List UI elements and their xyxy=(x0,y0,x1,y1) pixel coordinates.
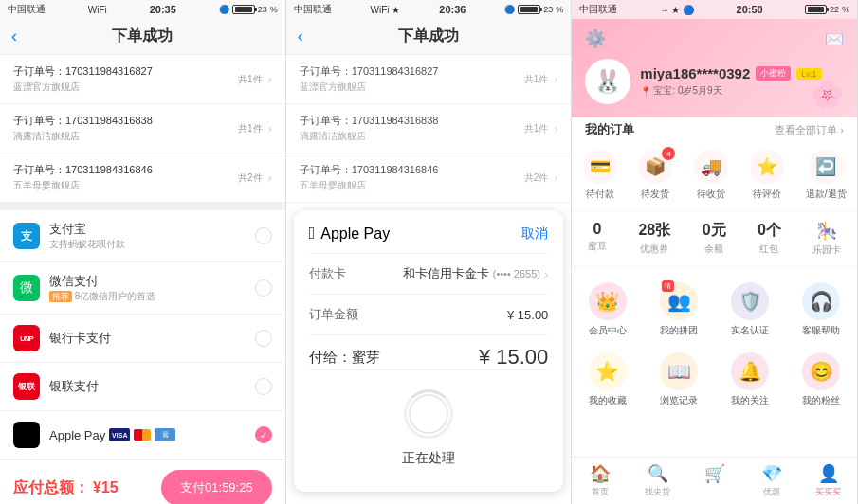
tool-customer-service[interactable]: 🎧 客服帮助 xyxy=(786,275,857,345)
discover-icon: 🔍 xyxy=(648,463,668,484)
tab-home[interactable]: 🏠 首页 xyxy=(572,463,629,498)
phone-2: 中国联通 WiFi ★ 20:36 🔵 23% ‹ 下单成功 子订单号：1703… xyxy=(286,0,573,504)
orders-link[interactable]: 查看全部订单 › xyxy=(775,123,844,137)
stat-park-card[interactable]: 🎠 乐园卡 xyxy=(812,221,841,257)
back-button-2[interactable]: ‹ xyxy=(298,27,303,46)
total-amount-1: 应付总额： ¥15 xyxy=(13,478,119,498)
nav-bar-1: ‹ 下单成功 xyxy=(0,19,285,55)
location-icon: 📍 xyxy=(640,86,651,97)
flower-deco: 🌸 xyxy=(811,79,844,110)
avatar[interactable]: 🐰 xyxy=(585,59,630,104)
message-icon[interactable]: ✉️ xyxy=(825,30,844,48)
tool-following[interactable]: 🔔 我的关注 xyxy=(715,345,786,415)
payment-union[interactable]: 银联 银联支付 xyxy=(0,363,285,411)
member-center-icon: 👑 xyxy=(595,290,619,313)
return-icon: ↩️ xyxy=(815,156,836,177)
phone-3: 中国联通 → ★ 🔵 20:50 22% ⚙️ ✉️ 🐰 miya186****… xyxy=(572,0,858,504)
order-item-3[interactable]: 子订单号：170311984316846 五羊母婴旗舰店 共2件 › xyxy=(0,153,285,203)
order-item-2[interactable]: 子订单号：170311984316838 滴露清洁旗舰店 共1件 › xyxy=(0,104,285,153)
tab-profile[interactable]: 👤 买买买 xyxy=(800,463,857,498)
processing-container: 正在处理 xyxy=(309,370,549,477)
order-item-1[interactable]: 子订单号：170311984316827 蓝漂官方旗舰店 共1件 › xyxy=(0,55,285,104)
nav-bar-2: ‹ 下单成功 xyxy=(286,19,572,55)
bankcard-icon: UNP xyxy=(13,325,40,351)
header-icons: ⚙️ ✉️ xyxy=(585,28,844,49)
order-icon-pending-ship[interactable]: 📦 4 待发货 xyxy=(638,150,672,201)
tab-discover[interactable]: 🔍 找尖货 xyxy=(629,463,685,498)
order-icon-pending-review[interactable]: ⭐ 待评价 xyxy=(750,150,784,201)
bank-label: 银行卡支付 xyxy=(49,330,255,347)
tools-grid: 👑 会员中心 👥 猜 我的拼团 🛡️ 实名认证 xyxy=(572,267,857,423)
stat-coupons[interactable]: 28张 优惠券 xyxy=(638,221,670,257)
alipay-radio[interactable] xyxy=(255,227,272,244)
order-icon-pending-receive[interactable]: 🚚 待收货 xyxy=(694,150,728,201)
stats-row: 0 蜜豆 28张 优惠券 0元 余额 0个 红包 🎠 乐园卡 xyxy=(572,211,857,267)
tool-group-buy[interactable]: 👥 猜 我的拼团 xyxy=(644,275,715,345)
status-icons-1: 🔵 23% xyxy=(219,5,278,14)
pay-to-value: ¥ 15.00 xyxy=(479,345,548,369)
user-tag: 小蜜粉 xyxy=(756,66,791,81)
group-buy-icon: 👥 xyxy=(667,290,691,313)
page-title-1: 下单成功 xyxy=(112,27,173,46)
gear-icon[interactable]: ⚙️ xyxy=(585,28,606,49)
phone-1: 中国联通 WiFi 20:35 🔵 23% ‹ 下单成功 子订单号：170311… xyxy=(0,0,286,504)
payment-alipay[interactable]: 支 支付宝 支持蚂蚁花呗付款 xyxy=(0,210,285,262)
status-icons-2: 🔵 23% xyxy=(504,5,563,14)
applepay-cancel-button[interactable]: 取消 xyxy=(521,225,548,243)
alipay-label: 支付宝 支持蚂蚁花呗付款 xyxy=(49,221,255,251)
mc-badge xyxy=(134,429,151,441)
content-1: 子订单号：170311984316827 蓝漂官方旗舰店 共1件 › 子订单号：… xyxy=(0,55,285,459)
tool-history[interactable]: 📖 浏览记录 xyxy=(644,345,715,415)
cart-icon: 🛒 xyxy=(704,463,725,484)
pink-header: ⚙️ ✉️ 🐰 miya186****0392 小蜜粉 Lv.1 📍 宝宝: 0… xyxy=(572,19,857,117)
pay-to-label: 付给：蜜芽 xyxy=(309,349,380,367)
order-icons-row: 💳 待付款 📦 4 待发货 🚚 待收货 xyxy=(572,144,857,211)
history-icon: 📖 xyxy=(667,360,691,383)
tool-fans[interactable]: 😊 我的粉丝 xyxy=(786,345,857,415)
tab-bar: 🏠 首页 🔍 找尖货 🛒 💎 优惠 👤 买买买 xyxy=(572,457,857,504)
visa-badge: VISA xyxy=(109,428,130,441)
tool-real-name[interactable]: 🛡️ 实名认证 xyxy=(715,275,786,345)
order-item-2-3: 子订单号：170311984316846 五羊母婴旗舰店 共2件 › xyxy=(286,153,572,203)
card-row[interactable]: 付款卡 和卡信用卡金卡 (•••• 2655) › xyxy=(309,254,549,295)
time-1: 20:35 xyxy=(150,4,176,15)
discount-icon: 💎 xyxy=(761,463,782,484)
applepay-radio[interactable] xyxy=(255,426,272,443)
bank-radio[interactable] xyxy=(255,330,272,347)
wechat-radio[interactable] xyxy=(255,279,272,297)
following-icon: 🔔 xyxy=(739,360,762,383)
back-button-1[interactable]: ‹ xyxy=(11,27,17,46)
processing-label: 正在处理 xyxy=(402,450,455,467)
pending-receive-icon: 🚚 xyxy=(701,156,721,177)
stat-beans[interactable]: 0 蜜豆 xyxy=(588,221,607,257)
apple-logo-icon:  xyxy=(309,224,316,243)
union-radio[interactable] xyxy=(255,378,272,395)
stat-redpacket[interactable]: 0个 红包 xyxy=(758,221,781,257)
amount-row: 订单金额 ¥ 15.00 xyxy=(309,295,549,335)
tab-discount[interactable]: 💎 优惠 xyxy=(743,463,800,498)
order-list-1: 子订单号：170311984316827 蓝漂官方旗舰店 共1件 › 子订单号：… xyxy=(0,55,285,203)
payment-bank[interactable]: UNP 银行卡支付 xyxy=(0,315,285,363)
fans-icon: 😊 xyxy=(810,360,833,383)
stat-balance[interactable]: 0元 余额 xyxy=(703,221,726,257)
payment-applepay[interactable]: Apple Pay VISA 云 xyxy=(0,411,285,459)
order-icon-return[interactable]: ↩️ 退款/退货 xyxy=(806,150,847,201)
phone3-content: ⚙️ ✉️ 🐰 miya186****0392 小蜜粉 Lv.1 📍 宝宝: 0… xyxy=(572,19,857,504)
payment-wechat[interactable]: 微 微信支付 推荐 8亿微信用户的首选 xyxy=(0,262,285,315)
white-section: 我的订单 查看全部订单 › 💳 待付款 📦 4 待发货 xyxy=(572,110,857,457)
battery-2 xyxy=(518,5,540,14)
amount-value: ¥ 15.00 xyxy=(507,308,548,322)
pay-button-1[interactable]: 支付01:59:25 xyxy=(161,470,272,504)
bottom-bar-1: 应付总额： ¥15 支付01:59:25 xyxy=(0,459,285,504)
order-icon-pending-pay[interactable]: 💳 待付款 xyxy=(583,150,617,201)
applepay-title: Apple Pay xyxy=(320,225,390,243)
applepay-modal:  Apple Pay 取消 付款卡 和卡信用卡金卡 (•••• 2655) ›… xyxy=(294,210,564,492)
battery-pct-1: 23 xyxy=(258,5,267,14)
status-bar-3: 中国联通 → ★ 🔵 20:50 22% xyxy=(572,0,857,19)
tab-cart[interactable]: 🛒 xyxy=(686,463,743,498)
applepay-logo:  Apple Pay xyxy=(309,224,391,243)
pending-review-icon: ⭐ xyxy=(757,156,777,177)
ship-badge: 4 xyxy=(662,147,675,160)
tool-favorites[interactable]: ⭐ 我的收藏 xyxy=(572,345,643,415)
tool-member-center[interactable]: 👑 会员中心 xyxy=(572,275,643,345)
